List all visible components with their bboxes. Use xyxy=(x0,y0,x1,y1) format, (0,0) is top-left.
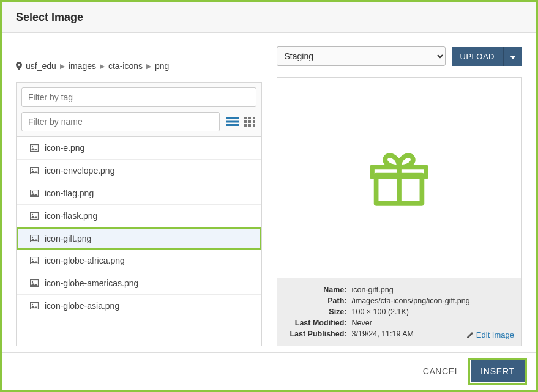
svg-rect-5 xyxy=(253,117,255,119)
pencil-icon xyxy=(466,331,474,339)
meta-label-modified: Last Modified: xyxy=(286,319,352,327)
svg-rect-9 xyxy=(244,124,247,127)
modal-title: Select Image xyxy=(16,11,522,24)
breadcrumb-item[interactable]: png xyxy=(155,61,169,71)
file-name: icon-globe-africa.png xyxy=(45,256,125,265)
filter-panel xyxy=(16,82,262,137)
svg-point-15 xyxy=(32,169,33,170)
chevron-right-icon: ▶ xyxy=(146,62,151,70)
image-file-icon xyxy=(30,235,39,242)
pin-icon xyxy=(16,62,22,70)
svg-point-25 xyxy=(32,281,33,283)
view-toggle xyxy=(226,115,256,128)
file-item[interactable]: icon-flag.png xyxy=(17,182,261,205)
modal-body: usf_edu ▶ images ▶ cta-icons ▶ png xyxy=(2,33,536,352)
modal-header: Select Image xyxy=(2,2,536,33)
breadcrumb-item[interactable]: usf_edu xyxy=(26,61,56,71)
gift-icon xyxy=(365,144,433,212)
meta-label-published: Last Published: xyxy=(286,330,352,338)
meta-label-name: Name: xyxy=(286,286,352,294)
svg-point-21 xyxy=(32,237,33,238)
filter-by-tag-input[interactable] xyxy=(21,87,256,107)
preview-panel: Name:icon-gift.png Path:/images/cta-icon… xyxy=(277,77,523,346)
chevron-right-icon: ▶ xyxy=(60,62,65,70)
select-image-modal: Select Image usf_edu ▶ images ▶ cta-icon… xyxy=(0,0,538,392)
upload-dropdown-button[interactable] xyxy=(503,47,522,66)
meta-value-modified: Never xyxy=(352,319,514,327)
file-name: icon-flag.png xyxy=(45,188,94,198)
grid-icon xyxy=(244,117,255,127)
edit-image-link[interactable]: Edit Image xyxy=(466,330,514,339)
svg-point-17 xyxy=(32,191,33,193)
breadcrumb-item[interactable]: cta-icons xyxy=(108,61,143,71)
svg-rect-0 xyxy=(226,117,239,119)
file-name: icon-gift.png xyxy=(45,234,91,243)
file-item[interactable]: icon-globe-asia.png xyxy=(17,295,261,317)
image-file-icon xyxy=(30,212,39,220)
insert-button[interactable]: INSERT xyxy=(471,360,525,382)
file-item[interactable]: icon-flask.png xyxy=(17,205,261,227)
filter-by-name-input[interactable] xyxy=(21,112,220,131)
meta-value-name: icon-gift.png xyxy=(352,286,514,294)
image-file-icon xyxy=(30,302,39,309)
svg-point-13 xyxy=(32,146,33,147)
file-item[interactable]: icon-gift.png xyxy=(17,227,261,250)
right-toolbar: Staging UPLOAD xyxy=(277,46,523,66)
svg-point-19 xyxy=(32,214,33,215)
meta-label-path: Path: xyxy=(286,297,352,305)
svg-rect-2 xyxy=(226,124,239,126)
svg-rect-1 xyxy=(226,121,239,123)
file-name: icon-envelope.png xyxy=(45,166,114,176)
svg-point-23 xyxy=(32,259,33,260)
preview-image xyxy=(277,78,522,278)
modal-footer: CANCEL INSERT xyxy=(2,352,536,390)
upload-button[interactable]: UPLOAD xyxy=(452,47,503,66)
file-item[interactable]: icon-envelope.png xyxy=(17,160,261,182)
image-file-icon xyxy=(30,279,39,287)
breadcrumb: usf_edu ▶ images ▶ cta-icons ▶ png xyxy=(16,61,262,71)
image-file-icon xyxy=(30,144,39,152)
svg-rect-11 xyxy=(253,124,255,127)
image-file-icon xyxy=(30,257,39,264)
caret-down-icon xyxy=(510,56,516,59)
grid-view-button[interactable] xyxy=(243,115,256,128)
file-item[interactable]: icon-globe-africa.png xyxy=(17,250,261,272)
svg-rect-6 xyxy=(244,120,247,123)
list-icon xyxy=(226,117,239,127)
list-view-button[interactable] xyxy=(226,115,239,128)
svg-rect-7 xyxy=(248,120,251,123)
file-item[interactable]: icon-globe-americas.png xyxy=(17,272,261,295)
upload-button-group: UPLOAD xyxy=(452,47,522,66)
file-name: icon-globe-asia.png xyxy=(45,301,119,311)
chevron-right-icon: ▶ xyxy=(100,62,105,70)
meta-value-path: /images/cta-icons/png/icon-gift.png xyxy=(352,297,514,305)
preview-metadata: Name:icon-gift.png Path:/images/cta-icon… xyxy=(277,278,522,346)
cancel-button[interactable]: CANCEL xyxy=(423,366,460,376)
image-file-icon xyxy=(30,167,39,174)
file-name: icon-flask.png xyxy=(45,211,97,221)
environment-select[interactable]: Staging xyxy=(277,46,446,66)
meta-value-size: 100 × 100 (2.1K) xyxy=(352,308,514,316)
left-column: usf_edu ▶ images ▶ cta-icons ▶ png xyxy=(16,46,262,346)
svg-rect-8 xyxy=(253,120,255,123)
image-file-icon xyxy=(30,190,39,197)
svg-point-27 xyxy=(32,304,33,305)
right-column: Staging UPLOAD xyxy=(277,46,523,346)
svg-rect-10 xyxy=(248,124,251,127)
meta-label-size: Size: xyxy=(286,308,352,316)
svg-rect-4 xyxy=(248,117,251,119)
breadcrumb-item[interactable]: images xyxy=(69,61,96,71)
file-list[interactable]: icon-e.pngicon-envelope.pngicon-flag.png… xyxy=(16,137,262,346)
file-name: icon-e.png xyxy=(45,143,84,153)
svg-rect-3 xyxy=(244,117,247,119)
file-item[interactable]: icon-e.png xyxy=(17,137,261,160)
file-name: icon-globe-americas.png xyxy=(45,278,138,288)
